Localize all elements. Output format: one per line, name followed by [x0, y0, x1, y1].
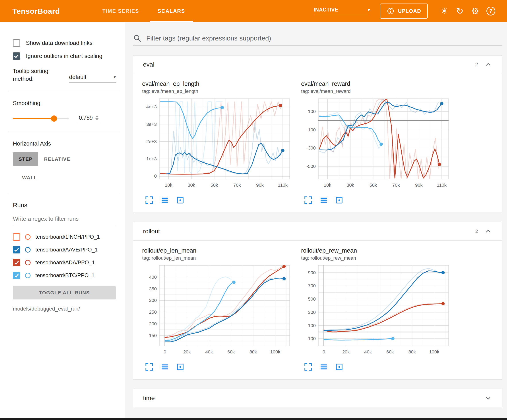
svg-text:70k: 70k	[392, 182, 400, 187]
collapse-icon[interactable]	[484, 227, 492, 235]
run-color-circle[interactable]	[25, 234, 31, 240]
fullscreen-icon[interactable]	[145, 363, 154, 371]
collapse-icon[interactable]	[484, 394, 492, 402]
card-rollout-header[interactable]: rollout 2	[133, 222, 502, 241]
sidebar: Show data download links Ignore outliers…	[0, 22, 125, 418]
status-dropdown[interactable]: INACTIVE ▾	[314, 7, 370, 15]
smoothing-label: Smoothing	[13, 100, 116, 107]
svg-text:60k: 60k	[227, 349, 235, 354]
tooltip-sorting-select[interactable]: default ▾	[69, 74, 116, 83]
brightness-icon[interactable]: ☀	[438, 5, 451, 17]
chart-canvas[interactable]: 020k40k60k80k100k150200250300350400	[142, 264, 293, 362]
smoothing-value-input[interactable]: 0.759	[77, 114, 100, 123]
tooltip-sorting-value: default	[69, 74, 86, 81]
svg-text:40k: 40k	[205, 349, 213, 354]
refresh-icon[interactable]: ↻	[453, 5, 466, 17]
svg-text:3e+3: 3e+3	[146, 122, 157, 127]
run-checkbox[interactable]	[13, 259, 20, 266]
upload-button[interactable]: UPLOAD	[380, 4, 428, 19]
run-checkbox[interactable]	[13, 233, 20, 241]
fit-domain-icon[interactable]	[176, 196, 185, 205]
runs-list: tensorboard/1INCH/PPO_1tensorboard/AAVE/…	[13, 230, 116, 282]
svg-text:250: 250	[149, 310, 157, 315]
chart-canvas[interactable]: 020k40k60k80k100k-100100300500700900	[301, 264, 452, 362]
chart-tag: tag: eval/mean_reward	[301, 89, 456, 94]
svg-text:30k: 30k	[346, 182, 354, 187]
run-row[interactable]: tensorboard/ADA/PPO_1	[13, 256, 116, 269]
tab-scalars[interactable]: SCALARS	[148, 0, 194, 22]
card-time: time	[133, 389, 502, 407]
show-download-checkbox[interactable]	[13, 39, 20, 47]
chart-block: rollout/ep_rew_meantag: rollout/ep_rew_m…	[301, 247, 456, 371]
divider	[8, 193, 120, 193]
smoothing-value: 0.759	[79, 115, 93, 121]
toggle-all-runs-button[interactable]: TOGGLE ALL RUNS	[13, 286, 116, 299]
fit-domain-icon[interactable]	[335, 363, 344, 371]
chart-block: rollout/ep_len_meantag: rollout/ep_len_m…	[142, 247, 297, 371]
run-row[interactable]: tensorboard/AAVE/PPO_1	[13, 243, 116, 256]
chart-canvas[interactable]: 10k30k50k70k90k110k-500-300-100100	[301, 97, 452, 195]
show-download-row: Show data download links	[13, 39, 116, 47]
settings-gear-icon[interactable]: ⚙	[469, 5, 482, 17]
fullscreen-icon[interactable]	[145, 196, 154, 205]
ignore-outliers-checkbox[interactable]	[13, 52, 20, 60]
run-color-circle[interactable]	[25, 273, 31, 278]
svg-text:2e+3: 2e+3	[146, 139, 157, 144]
fullscreen-icon[interactable]	[304, 363, 313, 371]
smoothing-slider[interactable]	[13, 115, 69, 122]
collapse-icon[interactable]	[484, 61, 492, 69]
slider-fill	[13, 118, 54, 119]
axis-step-button[interactable]: STEP	[13, 152, 38, 166]
run-row[interactable]: tensorboard/BTC/PPO_1	[13, 269, 116, 282]
svg-text:110k: 110k	[437, 182, 447, 187]
card-rollout: rollout 2 rollout/ep_len_meantag: rollou…	[133, 222, 502, 379]
slider-thumb[interactable]	[51, 116, 57, 122]
main-panel: eval 2 eval/mean_ep_lengthtag: eval/mean…	[125, 22, 507, 418]
fit-domain-icon[interactable]	[335, 196, 344, 205]
tooltip-sorting-label: Tooltip sorting method:	[13, 67, 63, 83]
svg-text:40k: 40k	[364, 349, 372, 354]
svg-text:900: 900	[308, 270, 316, 275]
data-table-icon[interactable]	[160, 196, 169, 205]
help-icon[interactable]: ?	[484, 5, 497, 17]
tab-time-series[interactable]: TIME SERIES	[93, 0, 148, 22]
axis-relative-button[interactable]: RELATIVE	[38, 152, 76, 166]
stepper-arrows[interactable]	[95, 115, 99, 120]
chart-block: eval/mean_ep_lengthtag: eval/mean_ep_len…	[142, 81, 297, 205]
chart-title: eval/mean_ep_length	[142, 81, 297, 87]
svg-text:700: 700	[308, 283, 316, 288]
runs-filter-input[interactable]	[13, 213, 116, 225]
chart-canvas[interactable]: 10k30k50k70k90k110k01e+32e+33e+34e+3	[142, 97, 293, 195]
run-color-circle[interactable]	[25, 260, 31, 265]
run-color-circle[interactable]	[25, 247, 31, 253]
ignore-outliers-row: Ignore outliers in chart scaling	[13, 52, 116, 60]
svg-text:0: 0	[154, 173, 157, 179]
filter-tags-input[interactable]	[146, 34, 502, 42]
run-checkbox[interactable]	[13, 246, 20, 254]
fullscreen-icon[interactable]	[304, 196, 313, 205]
chart-tag: tag: rollout/ep_len_mean	[142, 255, 297, 261]
show-download-label: Show data download links	[26, 40, 92, 47]
svg-text:300: 300	[149, 298, 157, 303]
card-eval: eval 2 eval/mean_ep_lengthtag: eval/mean…	[133, 55, 502, 213]
card-time-header[interactable]: time	[133, 389, 502, 407]
card-eval-header[interactable]: eval 2	[133, 55, 502, 74]
info-icon	[387, 7, 394, 15]
data-table-icon[interactable]	[319, 363, 328, 371]
run-label: tensorboard/1INCH/PPO_1	[35, 234, 100, 240]
card-title: eval	[143, 61, 154, 68]
axis-wall-button[interactable]: WALL	[16, 171, 43, 185]
bottom-strip	[0, 418, 507, 420]
chart-tag: tag: rollout/ep_rew_mean	[301, 255, 456, 261]
data-table-icon[interactable]	[160, 363, 169, 371]
svg-text:30k: 30k	[188, 182, 195, 187]
topbar: TensorBoard TIME SERIESSCALARS INACTIVE …	[0, 0, 507, 22]
chart-tag: tag: eval/mean_ep_length	[142, 89, 297, 94]
runs-heading: Runs	[13, 202, 116, 209]
fit-domain-icon[interactable]	[176, 363, 185, 371]
data-table-icon[interactable]	[319, 196, 328, 205]
run-row[interactable]: tensorboard/1INCH/PPO_1	[13, 230, 116, 243]
divider	[8, 131, 120, 132]
run-checkbox[interactable]	[13, 272, 20, 279]
card-rollout-body: rollout/ep_len_meantag: rollout/ep_len_m…	[133, 241, 502, 379]
